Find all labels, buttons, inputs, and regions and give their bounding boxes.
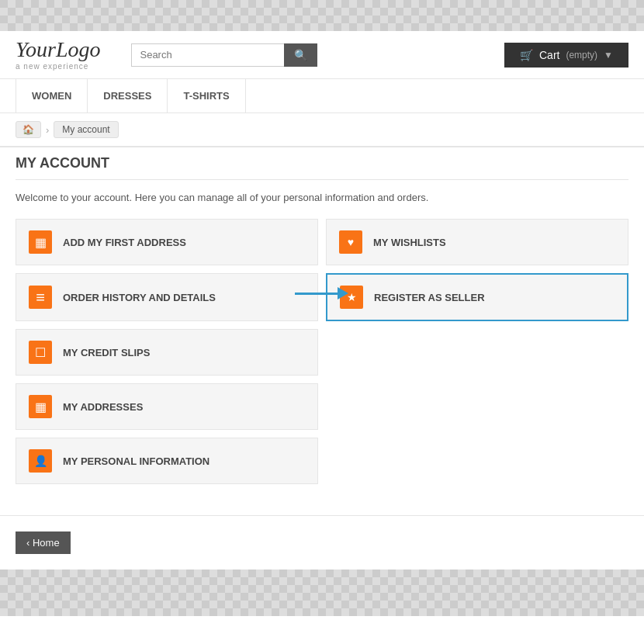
- tile-wishlists-label: MY WISHLISTS: [373, 237, 446, 248]
- tile-credit-slips[interactable]: ☐ MY CREDIT SLIPS: [16, 329, 318, 376]
- nav-item-tshirts[interactable]: T-SHIRTS: [168, 79, 245, 113]
- tile-credit-slips-icon: ☐: [29, 341, 52, 364]
- logo-brand: YourLogo: [16, 39, 100, 61]
- cart-button[interactable]: 🛒 Cart (empty) ▼: [504, 43, 628, 68]
- tile-register-seller[interactable]: ★ REGISTER AS SELLER: [326, 273, 628, 321]
- tile-personal-info[interactable]: 👤 MY PERSONAL INFORMATION: [16, 438, 318, 484]
- bottom-decorative-strip: [0, 570, 644, 616]
- nav-item-dresses[interactable]: DRESSES: [88, 79, 168, 113]
- tile-add-address-label: ADD MY FIRST ADDRESS: [63, 237, 186, 248]
- tile-register-seller-label: REGISTER AS SELLER: [374, 292, 485, 303]
- nav-item-women[interactable]: WOMEN: [16, 79, 88, 113]
- main-content: MY ACCOUNT Welcome to your account. Here…: [0, 146, 644, 500]
- bottom-navigation: ‹ Home: [0, 515, 644, 570]
- tile-personal-info-label: MY PERSONAL INFORMATION: [63, 455, 209, 467]
- tile-my-addresses-label: MY ADDRESSES: [63, 401, 143, 413]
- account-tiles-grid: ▦ ADD MY FIRST ADDRESS ♥ MY WISHLISTS ≡ …: [16, 219, 628, 484]
- cart-icon: 🛒: [520, 49, 533, 61]
- tile-wishlists-icon: ♥: [339, 230, 362, 254]
- main-navigation: WOMEN DRESSES T-SHIRTS: [0, 79, 644, 113]
- tile-personal-info-icon: 👤: [29, 449, 52, 473]
- home-button[interactable]: ‹ Home: [16, 531, 71, 554]
- breadcrumb-home[interactable]: 🏠: [16, 121, 41, 138]
- breadcrumb: 🏠 › My account: [0, 113, 644, 146]
- breadcrumb-separator: ›: [46, 124, 49, 136]
- cart-label: Cart: [539, 49, 559, 61]
- search-input[interactable]: [131, 43, 284, 67]
- tile-add-address[interactable]: ▦ ADD MY FIRST ADDRESS: [16, 219, 318, 265]
- tile-register-seller-icon: ★: [340, 286, 363, 309]
- tile-order-history-label: ORDER HISTORY AND DETAILS: [63, 292, 216, 303]
- tile-wishlists[interactable]: ♥ MY WISHLISTS: [326, 219, 628, 265]
- cart-dropdown-arrow: ▼: [604, 50, 613, 61]
- search-button[interactable]: 🔍: [284, 43, 317, 67]
- tile-my-addresses-icon: ▦: [29, 395, 52, 418]
- breadcrumb-current: My account: [54, 121, 118, 138]
- tile-credit-slips-label: MY CREDIT SLIPS: [63, 347, 150, 358]
- welcome-message: Welcome to your account. Here you can ma…: [16, 192, 628, 203]
- tile-order-history-icon: ≡: [29, 286, 52, 309]
- logo[interactable]: YourLogo a new experience: [16, 39, 100, 71]
- page-title: MY ACCOUNT: [16, 155, 628, 180]
- site-header: YourLogo a new experience 🔍 🛒 Cart (empt…: [0, 31, 644, 79]
- top-decorative-strip: [0, 0, 644, 31]
- cart-area: 🛒 Cart (empty) ▼: [504, 43, 628, 68]
- tile-add-address-icon: ▦: [29, 230, 52, 254]
- search-form: 🔍: [131, 43, 317, 67]
- tile-order-history[interactable]: ≡ ORDER HISTORY AND DETAILS: [16, 273, 318, 321]
- logo-subtitle: a new experience: [16, 62, 100, 71]
- cart-status: (empty): [566, 50, 597, 61]
- tile-my-addresses[interactable]: ▦ MY ADDRESSES: [16, 383, 318, 430]
